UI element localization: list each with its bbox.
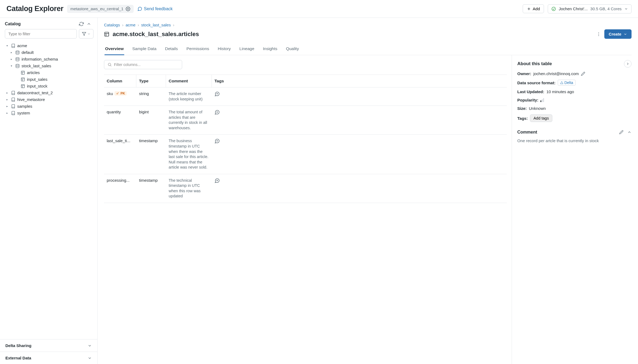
updated-value: 10 minutes ago bbox=[546, 89, 574, 94]
metastore-pill[interactable]: metastore_aws_eu_central_1 bbox=[67, 5, 134, 13]
chevron-right-icon: › bbox=[173, 23, 174, 27]
tree-label: input_sales bbox=[27, 77, 47, 82]
collapse-icon[interactable] bbox=[86, 22, 91, 26]
add-comment-icon[interactable] bbox=[214, 91, 255, 97]
tree-schema-information[interactable]: ▸ information_schema bbox=[2, 56, 95, 62]
tree-table-articles[interactable]: articles bbox=[2, 69, 95, 76]
cell-column: last_sale_ti... bbox=[104, 135, 136, 174]
chevron-down-icon bbox=[88, 356, 92, 360]
table-icon bbox=[104, 32, 109, 37]
updated-label: Last Updated: bbox=[517, 89, 544, 94]
tree-catalog-acme[interactable]: ▾ acme bbox=[2, 42, 95, 49]
tree-label: information_schema bbox=[22, 57, 58, 61]
plus-icon bbox=[527, 7, 531, 11]
tab-quality[interactable]: Quality bbox=[285, 44, 299, 55]
tab-overview[interactable]: Overview bbox=[105, 44, 124, 55]
tree-schema-stock[interactable]: ▾ stock_last_sales bbox=[2, 62, 95, 69]
refresh-icon[interactable] bbox=[79, 22, 84, 26]
chevron-right-icon: ▸ bbox=[5, 111, 9, 114]
crumb-catalog[interactable]: acme bbox=[126, 23, 136, 27]
chat-icon bbox=[137, 6, 142, 11]
th-comment[interactable]: Comment bbox=[166, 75, 212, 87]
kebab-icon[interactable] bbox=[596, 32, 601, 37]
crumb-schema[interactable]: stock_last_sales bbox=[141, 23, 171, 27]
svg-point-5 bbox=[16, 51, 19, 52]
table-icon bbox=[20, 84, 25, 88]
th-tags[interactable]: Tags bbox=[212, 75, 258, 87]
edit-icon[interactable] bbox=[581, 72, 585, 76]
add-comment-icon[interactable] bbox=[214, 138, 255, 144]
svg-point-20 bbox=[598, 32, 599, 33]
external-data-label: External Data bbox=[5, 356, 31, 360]
chevron-down-icon bbox=[87, 32, 91, 36]
cell-column: processing... bbox=[104, 174, 136, 203]
tree-catalog-system[interactable]: ▸ system bbox=[2, 110, 95, 116]
external-data-section[interactable]: External Data bbox=[0, 352, 97, 364]
database-icon bbox=[15, 64, 20, 68]
delta-icon bbox=[560, 81, 563, 84]
crumb-catalogs[interactable]: Catalogs bbox=[104, 23, 120, 27]
cell-comment: The article number (stock keeping unit) bbox=[166, 88, 212, 106]
cell-comment: The total amount of articles that are cu… bbox=[166, 106, 212, 134]
svg-point-22 bbox=[598, 35, 599, 36]
search-icon bbox=[108, 62, 112, 67]
chevron-down-icon bbox=[623, 32, 627, 36]
tree-catalog-samples[interactable]: ▸ samples bbox=[2, 103, 95, 110]
cluster-selector[interactable]: Jochen Christ'... 30.5 GB, 4 Cores bbox=[548, 4, 632, 13]
comment-body: One record per artcle that is currently … bbox=[517, 138, 632, 143]
tree-table-input-stock[interactable]: input_stock bbox=[2, 83, 95, 89]
metastore-name: metastore_aws_eu_central_1 bbox=[70, 6, 123, 11]
tree-table-input-sales[interactable]: input_sales bbox=[2, 76, 95, 83]
gear-icon[interactable] bbox=[126, 6, 130, 11]
cluster-user: Jochen Christ'... bbox=[559, 6, 588, 11]
tab-insights[interactable]: Insights bbox=[262, 44, 278, 55]
tab-permissions[interactable]: Permissions bbox=[186, 44, 210, 55]
tree-label: acme bbox=[17, 43, 27, 48]
edit-icon[interactable] bbox=[619, 130, 623, 134]
tab-history[interactable]: History bbox=[217, 44, 231, 55]
svg-rect-37 bbox=[543, 98, 544, 102]
tab-sample-data[interactable]: Sample Data bbox=[132, 44, 157, 55]
table-icon bbox=[20, 77, 25, 82]
chevron-down-icon: ▾ bbox=[5, 44, 9, 47]
size-label: Size: bbox=[517, 106, 527, 111]
tree-schema-default[interactable]: ▸ default bbox=[2, 49, 95, 56]
add-button[interactable]: Add bbox=[523, 4, 544, 13]
expand-about-button[interactable] bbox=[624, 60, 632, 68]
tree-label: datacontract_test_2 bbox=[17, 90, 53, 95]
svg-rect-35 bbox=[540, 100, 541, 102]
sidebar-filter-input[interactable] bbox=[5, 29, 77, 38]
tree-label: stock_last_sales bbox=[22, 64, 51, 68]
format-label: Data source format: bbox=[517, 80, 556, 85]
table-row[interactable]: processing...timestampThe technical time… bbox=[104, 174, 507, 203]
delta-sharing-section[interactable]: Delta Sharing bbox=[0, 339, 97, 352]
svg-point-21 bbox=[598, 34, 599, 34]
add-comment-icon[interactable] bbox=[214, 110, 255, 115]
chevron-up-icon[interactable] bbox=[627, 130, 632, 134]
add-tags-button[interactable]: Add tags bbox=[530, 114, 552, 122]
th-column[interactable]: Column bbox=[104, 75, 136, 87]
tab-lineage[interactable]: Lineage bbox=[239, 44, 255, 55]
tab-details[interactable]: Details bbox=[165, 44, 178, 55]
send-feedback-link[interactable]: Send feedback bbox=[137, 6, 173, 11]
tree-catalog-hive[interactable]: ▸ hive_metastore bbox=[2, 96, 95, 103]
table-row[interactable]: skuPKstringThe article number (stock kee… bbox=[104, 88, 507, 106]
add-label: Add bbox=[533, 6, 540, 11]
filter-button[interactable] bbox=[79, 29, 93, 38]
svg-rect-8 bbox=[21, 71, 25, 74]
create-button[interactable]: Create bbox=[604, 29, 632, 39]
format-chip[interactable]: Delta bbox=[558, 80, 576, 86]
filter-columns-input[interactable]: Filter columns... bbox=[104, 60, 182, 69]
add-comment-icon[interactable] bbox=[214, 178, 255, 183]
cell-type: timestamp bbox=[136, 135, 166, 174]
chevron-down-icon: ▾ bbox=[9, 64, 13, 67]
page-title: acme.stock_last_sales.articles bbox=[113, 31, 199, 38]
catalog-icon bbox=[11, 91, 16, 95]
table-row[interactable]: quantitybigintThe total amount of articl… bbox=[104, 106, 507, 135]
tree-catalog-dc2[interactable]: ▸ datacontract_test_2 bbox=[2, 89, 95, 96]
table-row[interactable]: last_sale_ti...timestampThe business tim… bbox=[104, 135, 507, 174]
popularity-bars-icon bbox=[540, 98, 546, 102]
th-type[interactable]: Type bbox=[136, 75, 166, 87]
chevron-right-icon: ▸ bbox=[5, 98, 9, 101]
svg-point-3 bbox=[552, 7, 556, 11]
